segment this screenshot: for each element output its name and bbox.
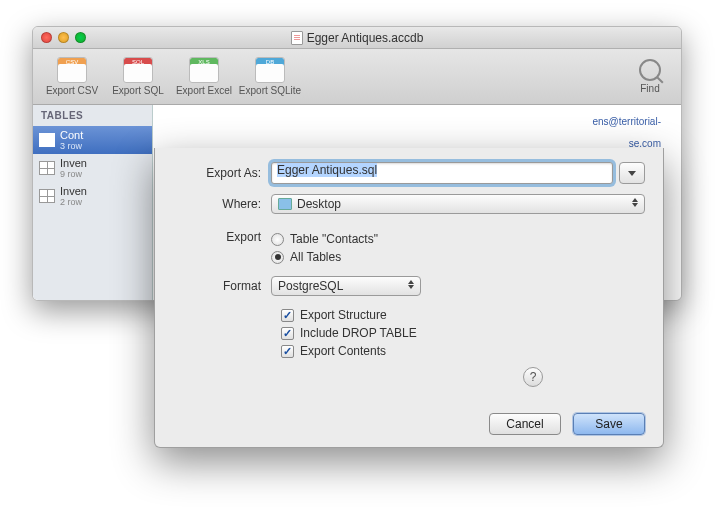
format-select[interactable]: PostgreSQL xyxy=(271,276,421,296)
export-as-value: Egger Antiques.sql xyxy=(277,163,377,177)
radio-all-tables[interactable]: All Tables xyxy=(271,248,378,266)
format-value: PostgreSQL xyxy=(278,279,343,293)
sidebar-item-rowcount: 9 row xyxy=(60,169,87,179)
radio-icon xyxy=(271,251,284,264)
export-csv-button[interactable]: Export CSV xyxy=(39,57,105,96)
radio-table-label: Table "Contacts" xyxy=(290,232,378,246)
sidebar-header: TABLES xyxy=(33,105,152,126)
radio-table-contacts[interactable]: Table "Contacts" xyxy=(271,230,378,248)
export-sql-label: Export SQL xyxy=(105,85,171,96)
sidebar-item-contacts[interactable]: Cont 3 row xyxy=(33,126,152,154)
sidebar-item-rowcount: 2 row xyxy=(60,197,87,207)
chevron-down-icon xyxy=(628,171,636,176)
sidebar-item-inventory2[interactable]: Inven 2 row xyxy=(33,182,152,210)
sidebar-item-label: Inven xyxy=(60,185,87,197)
sql-icon xyxy=(123,57,153,83)
checkbox-export-contents[interactable]: Export Contents xyxy=(281,342,645,360)
document-icon xyxy=(291,31,303,45)
export-sqlite-label: Export SQLite xyxy=(237,85,303,96)
export-as-label: Export As: xyxy=(173,166,271,180)
expand-panel-button[interactable] xyxy=(619,162,645,184)
checkbox-drop-table[interactable]: Include DROP TABLE xyxy=(281,324,645,342)
table-icon xyxy=(39,189,55,203)
updown-icon xyxy=(408,280,414,289)
check-drop-label: Include DROP TABLE xyxy=(300,326,417,340)
export-as-field[interactable]: Egger Antiques.sql xyxy=(271,162,613,184)
updown-icon xyxy=(632,198,638,207)
find-label: Find xyxy=(625,83,675,94)
window-title-text: Egger Antiques.accdb xyxy=(307,31,424,45)
export-dialog: Export As: Egger Antiques.sql Where: Des… xyxy=(154,148,664,448)
sqlite-icon xyxy=(255,57,285,83)
sidebar-item-label: Inven xyxy=(60,157,87,169)
cancel-button[interactable]: Cancel xyxy=(489,413,561,435)
sidebar-item-inventory1[interactable]: Inven 9 row xyxy=(33,154,152,182)
table-icon xyxy=(39,161,55,175)
checkbox-icon xyxy=(281,345,294,358)
sidebar-item-label: Cont xyxy=(60,129,83,141)
export-sqlite-button[interactable]: Export SQLite xyxy=(237,57,303,96)
toolbar: Export CSV Export SQL Export Excel Expor… xyxy=(33,49,681,105)
search-icon xyxy=(639,59,661,81)
radio-icon xyxy=(271,233,284,246)
format-label: Format xyxy=(173,279,271,293)
xls-icon xyxy=(189,57,219,83)
check-structure-label: Export Structure xyxy=(300,308,387,322)
export-scope-label: Export xyxy=(173,230,271,244)
help-button[interactable]: ? xyxy=(523,367,543,387)
where-select[interactable]: Desktop xyxy=(271,194,645,214)
where-label: Where: xyxy=(173,197,271,211)
find-button[interactable]: Find xyxy=(625,59,675,94)
sidebar-item-rowcount: 3 row xyxy=(60,141,83,151)
radio-all-label: All Tables xyxy=(290,250,341,264)
check-contents-label: Export Contents xyxy=(300,344,386,358)
window-title: Egger Antiques.accdb xyxy=(33,31,681,45)
table-icon xyxy=(39,133,55,147)
export-excel-label: Export Excel xyxy=(171,85,237,96)
desktop-icon xyxy=(278,198,292,210)
csv-icon xyxy=(57,57,87,83)
export-excel-button[interactable]: Export Excel xyxy=(171,57,237,96)
checkbox-icon xyxy=(281,327,294,340)
sidebar: TABLES Cont 3 row Inven 9 row Inven xyxy=(33,105,153,300)
checkbox-export-structure[interactable]: Export Structure xyxy=(281,306,645,324)
save-button[interactable]: Save xyxy=(573,413,645,435)
checkbox-icon xyxy=(281,309,294,322)
where-value: Desktop xyxy=(297,197,341,211)
export-sql-button[interactable]: Export SQL xyxy=(105,57,171,96)
titlebar: Egger Antiques.accdb xyxy=(33,27,681,49)
export-csv-label: Export CSV xyxy=(39,85,105,96)
